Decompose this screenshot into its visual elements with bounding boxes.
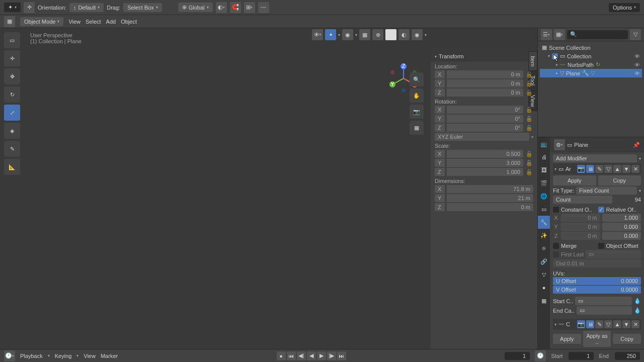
select-visibility-icon[interactable]: 👁▾ <box>312 29 323 40</box>
lock-icon[interactable]: 🔓 <box>525 169 533 175</box>
tab-material[interactable]: ● <box>538 281 550 294</box>
props-editor-icon[interactable]: ⚙▾ <box>554 139 565 150</box>
zoom-icon[interactable]: 🔍 <box>410 72 424 86</box>
object-offset-check[interactable] <box>598 243 604 249</box>
keyframe-prev-icon[interactable]: ◀| <box>297 351 306 360</box>
lock-icon[interactable]: 🔓 <box>525 89 533 96</box>
measure-tool[interactable]: 📐 <box>4 159 20 175</box>
u-offset-field[interactable]: U Offset0.0000 <box>553 277 641 285</box>
shading-wire-icon[interactable]: ⊕ <box>372 29 383 40</box>
move-tool[interactable]: ✥ <box>4 68 20 84</box>
overlay-icon[interactable]: ◉ <box>342 29 353 40</box>
timeline-view-menu[interactable]: View <box>84 353 96 359</box>
current-frame[interactable]: 1 <box>505 352 530 360</box>
playback-menu[interactable]: Playback <box>20 353 43 359</box>
count-field[interactable]: 94 <box>614 197 641 203</box>
curve-modifier-name[interactable]: C <box>566 321 570 327</box>
pin-icon[interactable]: 📌 <box>633 142 640 148</box>
global-dropdown[interactable]: ⊕ Global▾ <box>178 3 213 12</box>
outliner-plane[interactable]: ▸▽ Plane 🔧 ▽👁 <box>540 69 642 77</box>
menu-add[interactable]: Add <box>106 19 116 25</box>
modifier-name[interactable]: Ar <box>566 166 571 172</box>
mod-up-icon[interactable]: ▲ <box>613 165 621 173</box>
tab-viewlayer[interactable]: 🖼 <box>538 163 550 176</box>
mod-render-icon[interactable]: 📷 <box>577 320 585 328</box>
select-box-tool[interactable]: ▭ <box>4 32 20 48</box>
rel-x[interactable]: 1.000 <box>602 214 641 222</box>
autokey-icon[interactable]: ● <box>277 351 286 360</box>
lock-icon[interactable]: 🔓 <box>525 116 533 122</box>
rot-z[interactable]: 0° <box>447 124 523 132</box>
merge-check[interactable] <box>553 243 559 249</box>
clock-icon[interactable]: 🕐 <box>535 350 546 361</box>
start-cap-field[interactable]: ▭ <box>575 297 632 305</box>
mod-close-icon[interactable]: ✕ <box>631 320 639 328</box>
tab-output[interactable]: 🖨 <box>538 150 550 163</box>
apply-button[interactable]: Apply <box>553 175 596 186</box>
tab-physics[interactable]: ⚛ <box>538 242 550 255</box>
mod-cage-icon[interactable]: ▽ <box>604 165 612 173</box>
outliner-search[interactable]: 🔍 <box>567 30 628 39</box>
mode-dropdown[interactable]: Object Mode▾ <box>20 17 63 26</box>
camera-icon[interactable]: 📷 <box>410 105 424 119</box>
tab-texture[interactable]: ▦ <box>538 294 550 307</box>
fit-type-dropdown[interactable]: Fixed Count <box>576 187 637 195</box>
rel-z[interactable]: 0.000 <box>602 232 641 240</box>
lock-icon[interactable]: 🔓 <box>525 107 533 113</box>
mod-up-icon[interactable]: ▲ <box>613 320 621 328</box>
shading-solid-icon[interactable] <box>385 29 396 40</box>
xray-icon[interactable]: ▦ <box>359 29 370 40</box>
tab-world[interactable]: 🌐 <box>538 190 550 203</box>
outliner-editor-icon[interactable]: ☰▾ <box>541 29 552 40</box>
orientation-dropdown[interactable]: ↕ Default▾ <box>69 3 104 12</box>
cursor-tool-icon[interactable]: ✛ <box>24 2 35 13</box>
cursor-tool[interactable]: ✛ <box>4 50 20 66</box>
loc-z[interactable]: 0 m <box>447 88 523 97</box>
mod-editmode-icon[interactable]: ✎ <box>595 165 603 173</box>
tab-scene[interactable]: 🎬 <box>538 176 550 190</box>
dim-z[interactable]: 0 m <box>447 203 533 211</box>
gizmo-toggle-icon[interactable]: ✦ <box>325 29 336 40</box>
scale-tool[interactable]: ⤢ <box>4 105 20 121</box>
constant-offset-check[interactable] <box>553 207 559 213</box>
eyedropper-icon[interactable]: 💧 <box>634 307 641 314</box>
v-offset-field[interactable]: V Offset0.0000 <box>553 286 641 294</box>
transform-header[interactable]: ▾Transform <box>431 51 537 61</box>
mod-realtime-icon[interactable]: 🖥 <box>586 320 594 328</box>
outliner-display-icon[interactable]: ▦▾ <box>554 29 565 40</box>
perspective-icon[interactable]: ▦ <box>410 121 424 135</box>
viewport-3d[interactable]: 👁▾ ✦ ▾ ◉ ▾ ▦ ⊕ ◐ ◉ ▾ User Perspective (1… <box>0 28 537 349</box>
tab-mesh[interactable]: ▽ <box>538 268 550 281</box>
keying-menu[interactable]: Keying <box>55 353 72 359</box>
filter-icon[interactable]: ▽ <box>630 29 641 40</box>
keyframe-next-icon[interactable]: |▶ <box>327 351 336 360</box>
drag-dropdown[interactable]: Select Box▾ <box>123 3 162 12</box>
pivot-icon[interactable]: ◐▾ <box>216 2 227 13</box>
lock-icon[interactable]: 🔓 <box>525 125 533 131</box>
pan-icon[interactable]: ✋ <box>410 88 424 103</box>
mod-cage-icon[interactable]: ▽ <box>604 320 612 328</box>
mod-render-icon[interactable]: 📷 <box>577 165 585 173</box>
end-cap-field[interactable]: ▭ <box>577 306 632 315</box>
menu-view[interactable]: View <box>68 19 80 25</box>
menu-select[interactable]: Select <box>86 19 101 25</box>
scl-z[interactable]: 1.000 <box>447 168 523 176</box>
timeline-editor-icon[interactable]: 🕐▾ <box>4 350 15 361</box>
loc-y[interactable]: 0 m <box>447 79 523 87</box>
loc-x[interactable]: 0 m <box>447 70 523 78</box>
tab-object[interactable]: ▭ <box>538 203 550 216</box>
start-frame[interactable]: 1 <box>569 352 594 360</box>
annotate-tool[interactable]: ✎ <box>4 141 20 157</box>
scl-y[interactable]: 3.000 <box>447 159 523 167</box>
menu-dropdown[interactable]: ✦▾ <box>4 3 21 12</box>
shading-rendered-icon[interactable]: ◉ <box>412 29 423 40</box>
apply-button-2[interactable]: Apply <box>553 334 581 344</box>
menu-object[interactable]: Object <box>121 19 137 25</box>
snap-type-icon[interactable]: ⊞▾ <box>244 2 255 13</box>
end-frame[interactable]: 250 <box>615 352 640 360</box>
add-modifier-dropdown[interactable]: Add Modifier <box>553 154 637 162</box>
apply-as-button[interactable]: Apply as .. <box>583 331 611 347</box>
snap-icon[interactable]: 🧲 <box>230 2 241 13</box>
marker-menu[interactable]: Marker <box>101 353 118 359</box>
tab-render[interactable]: 📺 <box>538 137 550 150</box>
